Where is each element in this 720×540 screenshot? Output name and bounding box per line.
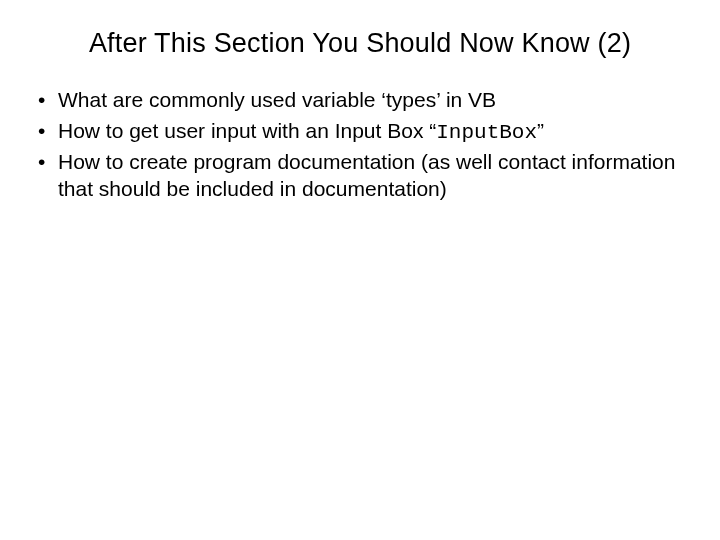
bullet-text: How to create program documentation (as … (58, 150, 675, 200)
bullet-text: How to get user input with an Input Box … (58, 119, 436, 142)
list-item: How to create program documentation (as … (36, 149, 676, 205)
bullet-text: What are commonly used variable ‘types’ … (58, 88, 496, 111)
list-item: How to get user input with an Input Box … (36, 118, 676, 147)
bullet-text-post: ” (537, 119, 544, 142)
slide: After This Section You Should Now Know (… (0, 0, 720, 540)
slide-title: After This Section You Should Now Know (… (36, 28, 684, 59)
bullet-code: InputBox (436, 121, 537, 144)
list-item: What are commonly used variable ‘types’ … (36, 87, 676, 116)
bullet-list: What are commonly used variable ‘types’ … (36, 87, 684, 205)
